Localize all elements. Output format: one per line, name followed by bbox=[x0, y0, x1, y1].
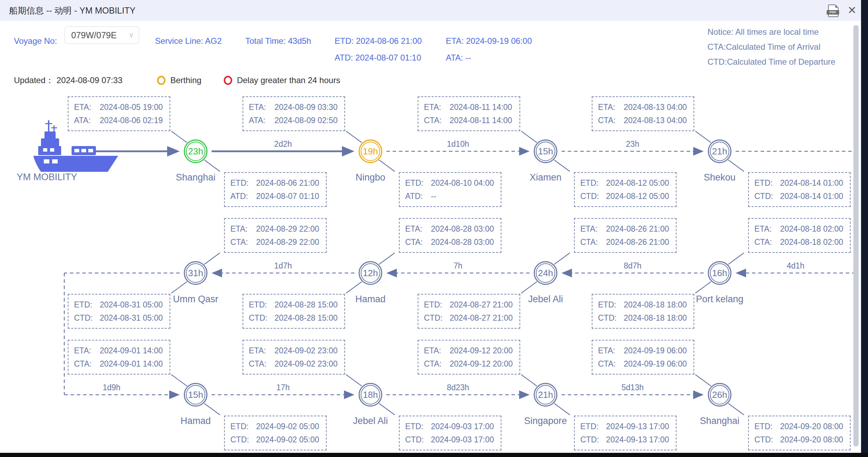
time-label: CTD: bbox=[74, 311, 100, 324]
port-stay-duration: 12h bbox=[361, 263, 380, 283]
voyage-timeline-diagram: YM MOBILITY 2d2h1d10h23h4d1h8d7h7h1d7h1d… bbox=[0, 0, 861, 453]
time-label: ATD: bbox=[405, 190, 431, 203]
time-value: 2024-08-10 04:00 bbox=[431, 176, 494, 190]
time-label: ETA: bbox=[754, 222, 780, 235]
vertical-scrollbar-thumb[interactable] bbox=[853, 25, 859, 447]
time-value: 2024-09-02 05:00 bbox=[256, 420, 319, 433]
port-node: 31h bbox=[184, 261, 207, 285]
time-label: CTD: bbox=[424, 311, 450, 324]
leg-duration-label: 5d13h bbox=[622, 383, 644, 392]
arrival-time-box: ETA:2024-08-26 21:00CTA:2024-08-26 21:00 bbox=[574, 218, 677, 253]
time-value: 2024-08-06 02:19 bbox=[100, 114, 163, 127]
time-value: 2024-08-26 21:00 bbox=[606, 222, 669, 235]
time-value: 2024-08-18 18:00 bbox=[624, 311, 687, 324]
departure-time-box: ETD:2024-09-20 08:00CTD:2024-09-20 08:00 bbox=[748, 416, 851, 450]
port-stay-duration: 15h bbox=[536, 142, 555, 161]
departure-time-box: ETD:2024-08-27 21:00CTD:2024-08-27 21:00 bbox=[418, 294, 520, 329]
time-label: ETD: bbox=[405, 176, 431, 190]
time-value: 2024-09-02 23:00 bbox=[275, 357, 338, 370]
port-name-label: Port kelang bbox=[696, 294, 744, 305]
time-value: 2024-08-28 03:00 bbox=[431, 235, 494, 249]
departure-time-box: ETD:2024-09-13 17:00CTD:2024-09-13 17:00 bbox=[574, 416, 677, 450]
leg-duration-label: 8d23h bbox=[447, 383, 469, 392]
time-label: CTD: bbox=[580, 190, 606, 203]
time-value: 2024-08-12 05:00 bbox=[606, 176, 669, 190]
port-stay-duration: 16h bbox=[710, 263, 729, 283]
time-label: CTD: bbox=[249, 311, 275, 324]
time-value: 2024-09-13 17:00 bbox=[606, 433, 669, 446]
time-value: 2024-09-13 17:00 bbox=[606, 420, 669, 433]
leg-duration-label: 1d10h bbox=[447, 139, 469, 149]
time-label: ATA: bbox=[74, 114, 100, 127]
port-name-label: Umm Qasr bbox=[173, 294, 219, 305]
time-value: 2024-08-11 14:00 bbox=[450, 101, 512, 114]
time-value: 2024-08-18 02:00 bbox=[780, 222, 843, 235]
departure-time-box: ETD:2024-08-12 05:00CTD:2024-08-12 05:00 bbox=[574, 172, 677, 207]
time-label: ETA: bbox=[424, 344, 450, 357]
port-name-label: Hamad bbox=[180, 416, 211, 426]
departure-time-box: ETD:2024-08-18 18:00CTD:2024-08-18 18:00 bbox=[592, 294, 694, 329]
departure-time-box: ETD:2024-08-10 04:00ATD:-- bbox=[399, 172, 501, 207]
port-node: 21h bbox=[708, 139, 731, 163]
time-value: 2024-08-18 18:00 bbox=[624, 298, 687, 311]
time-label: ETD: bbox=[598, 298, 624, 311]
time-label: ETD: bbox=[754, 176, 780, 190]
time-label: CTA: bbox=[580, 235, 606, 249]
time-label: ETA: bbox=[74, 101, 100, 114]
time-label: ETA: bbox=[598, 101, 624, 114]
port-name-label: Jebel Ali bbox=[353, 416, 388, 426]
time-value: 2024-09-19 06:00 bbox=[624, 344, 687, 357]
port-node: 19h bbox=[359, 139, 382, 163]
port-name-label: Shanghai bbox=[700, 416, 739, 426]
time-value: 2024-08-28 15:00 bbox=[275, 298, 338, 311]
port-node: 18h bbox=[359, 383, 382, 407]
time-label: ETD: bbox=[580, 420, 606, 433]
time-label: CTD: bbox=[598, 311, 624, 324]
time-label: ETA: bbox=[74, 344, 100, 357]
schedule-dialog-screen: 船期信息 -- 动明 - YM MOBILITY PDF ✕ Voyage No… bbox=[0, 0, 868, 457]
time-value: -- bbox=[431, 190, 436, 203]
time-value: 2024-08-07 01:10 bbox=[256, 190, 319, 203]
time-value: 2024-09-20 08:00 bbox=[780, 420, 843, 433]
arrival-time-box: ETA:2024-09-01 14:00CTA:2024-09-01 14:00 bbox=[68, 340, 170, 375]
departure-time-box: ETD:2024-09-03 17:00CTD:2024-09-03 17:00 bbox=[399, 416, 501, 450]
port-node: 16h bbox=[708, 261, 731, 285]
departure-time-box: ETD:2024-08-31 05:00CTD:2024-08-31 05:00 bbox=[68, 294, 170, 329]
time-value: 2024-08-05 19:00 bbox=[100, 101, 163, 114]
time-label: ETA: bbox=[598, 344, 624, 357]
time-label: ETD: bbox=[754, 420, 780, 433]
port-stay-duration: 26h bbox=[710, 385, 729, 404]
time-value: 2024-08-09 03:30 bbox=[275, 101, 338, 114]
time-value: 2024-08-31 05:00 bbox=[100, 298, 163, 311]
time-label: ETD: bbox=[424, 298, 450, 311]
arrival-time-box: ETA:2024-08-09 03:30ATA:2024-08-09 02:50 bbox=[243, 96, 345, 131]
leg-duration-label: 4d1h bbox=[787, 261, 804, 271]
time-value: 2024-09-19 06:00 bbox=[624, 357, 687, 370]
port-node: 24h bbox=[534, 261, 557, 285]
port-stay-duration: 21h bbox=[536, 385, 555, 404]
time-value: 2024-09-01 14:00 bbox=[100, 344, 163, 357]
time-label: ETA: bbox=[405, 222, 431, 235]
port-stay-duration: 19h bbox=[361, 142, 380, 161]
time-label: CTD: bbox=[405, 433, 431, 446]
schedule-dialog: 船期信息 -- 动明 - YM MOBILITY PDF ✕ Voyage No… bbox=[0, 0, 861, 453]
time-label: CTA: bbox=[598, 357, 624, 370]
time-value: 2024-08-27 21:00 bbox=[450, 298, 513, 311]
departure-time-box: ETD:2024-08-28 15:00CTD:2024-08-28 15:00 bbox=[243, 294, 345, 329]
time-value: 2024-08-28 15:00 bbox=[275, 311, 338, 324]
time-value: 2024-09-03 17:00 bbox=[431, 420, 494, 433]
port-name-label: Shekou bbox=[704, 172, 736, 183]
time-label: ETA: bbox=[424, 101, 450, 114]
arrival-time-box: ETA:2024-08-28 03:00CTA:2024-08-28 03:00 bbox=[399, 218, 501, 253]
port-node: 15h bbox=[184, 383, 207, 407]
departure-time-box: ETD:2024-08-14 01:00CTD:2024-08-14 01:00 bbox=[748, 172, 851, 207]
time-label: ETD: bbox=[580, 176, 606, 190]
leg-duration-label: 2d2h bbox=[274, 139, 292, 149]
time-value: 2024-08-28 03:00 bbox=[431, 222, 494, 235]
time-value: 2024-08-26 21:00 bbox=[606, 235, 669, 249]
time-label: ETD: bbox=[249, 298, 275, 311]
arrival-time-box: ETA:2024-09-12 20:00CTA:2024-09-12 20:00 bbox=[418, 340, 520, 375]
time-value: 2024-09-02 23:00 bbox=[275, 344, 338, 357]
port-stay-duration: 24h bbox=[536, 263, 555, 283]
time-value: 2024-08-12 05:00 bbox=[606, 190, 669, 203]
